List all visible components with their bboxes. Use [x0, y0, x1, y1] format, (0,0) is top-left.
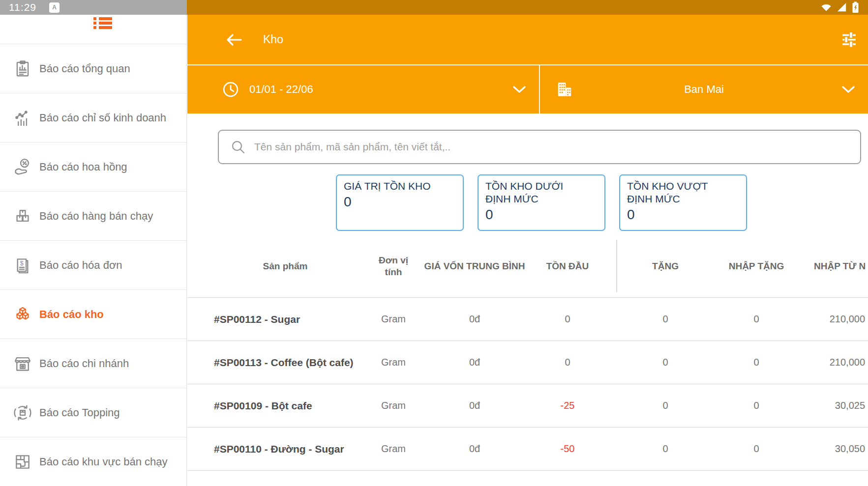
tune-filter-icon[interactable]: [841, 31, 857, 48]
report-content: GIÁ TRỊ TỒN KHO 0 TỒN KHO DƯỚI ĐỊNH MỨC …: [187, 130, 868, 471]
search-input[interactable]: [254, 141, 850, 153]
filter-bar: 01/01 - 22/06: [187, 65, 868, 114]
sidebar-item-bao-cao-chi-nhanh[interactable]: Báo cáo chi nhánh: [0, 339, 186, 388]
sidebar-item-label: Báo cáo tổng quan: [39, 62, 130, 75]
nhap-tang-cell: 0: [715, 357, 798, 368]
column-header-nhap-tang: NHẬP TẶNG: [715, 261, 798, 272]
unit-cell: Gram: [357, 314, 430, 325]
nhap-tang-cell: 0: [715, 314, 798, 325]
menu-hamburger-icon[interactable]: [93, 17, 113, 29]
table-header-row: Sản phẩm Đơn vị tính GIÁ VỐN TRUNG BÌNH …: [187, 235, 868, 298]
hand-percent-icon: [13, 157, 32, 177]
sidebar-item-bao-cao-tong-quan[interactable]: Báo cáo tổng quan: [0, 44, 186, 93]
avg-cost-cell: 0đ: [430, 357, 519, 368]
table-row[interactable]: #SP00112 - Sugar Gram 0đ 0 0 0 210,000: [187, 298, 868, 341]
sidebar-item-bao-cao-chi-so-kinh-doanh[interactable]: Báo cáo chỉ số kinh doanh: [0, 93, 186, 143]
clipboard-chart-icon: [13, 59, 32, 79]
card-label: GIÁ TRỊ TỒN KHO: [344, 180, 432, 193]
main-area: Kho 01/01 - 22/06: [187, 15, 868, 486]
nhap-tu-ncc-cell: 210,000: [798, 357, 868, 368]
nhap-tang-cell: 0: [715, 443, 798, 455]
sidebar-item-label: Báo cáo hàng bán chạy: [39, 210, 153, 223]
column-header-ton-dau: TỒN ĐẦU: [519, 261, 616, 272]
sidebar-item-label: Báo cáo hóa đơn: [39, 259, 122, 272]
search-icon: [231, 140, 245, 154]
sidebar-item-label: Báo cáo hoa hồng: [39, 161, 127, 173]
sidebar-item-label: Báo cáo chi nhánh: [39, 357, 129, 370]
chevron-down-icon: [841, 86, 855, 93]
date-range-value: 01/01 - 22/06: [249, 83, 313, 96]
tang-cell: 0: [616, 314, 715, 325]
sidebar-header: [0, 15, 186, 44]
sidebar-item-bao-cao-kho[interactable]: Báo cáo kho: [0, 290, 186, 339]
sidebar-item-bao-cao-topping[interactable]: Báo cáo Topping: [0, 388, 186, 437]
card-value: 0: [344, 194, 456, 210]
business-chart-icon: [13, 108, 32, 128]
avg-cost-cell: 0đ: [430, 400, 519, 411]
sidebar-item-label: Báo cáo khu vực bán chạy: [39, 456, 168, 468]
date-range-selector[interactable]: 01/01 - 22/06: [187, 65, 539, 114]
product-cell: #SP00109 - Bột cafe: [214, 400, 357, 412]
map-region-icon: [13, 452, 32, 472]
status-bar-left: 11:29 A: [0, 0, 187, 15]
column-header-tang: TẶNG: [616, 261, 715, 272]
unit-cell: Gram: [357, 443, 430, 455]
nhap-tu-ncc-cell: 30,050: [798, 443, 868, 455]
tang-cell: 0: [616, 357, 715, 368]
sidebar-item-label: Báo cáo kho: [39, 308, 104, 321]
ton-dau-cell: 0: [519, 314, 616, 325]
table-row[interactable]: #SP00113 - Coffee (Bột cafe) Gram 0đ 0 0…: [187, 341, 868, 384]
avg-cost-cell: 0đ: [430, 314, 519, 325]
card-label: TỒN KHO VƯỢT ĐỊNH MỨC: [627, 180, 716, 205]
app-bar: Kho: [187, 15, 868, 65]
unit-cell: Gram: [357, 357, 430, 368]
column-header-don-vi-tinh: Đơn vị tính: [357, 255, 430, 278]
wifi-icon: [820, 2, 832, 12]
status-time: 11:29: [9, 1, 36, 13]
status-bar: 11:29 A: [0, 0, 868, 15]
svg-text:$: $: [20, 260, 24, 267]
nhap-tang-cell: 0: [715, 400, 798, 411]
card-ton-kho-duoi-dinh-muc: TỒN KHO DƯỚI ĐỊNH MỨC 0: [478, 174, 605, 231]
inventory-table: Sản phẩm Đơn vị tính GIÁ VỐN TRUNG BÌNH …: [187, 235, 868, 471]
back-button[interactable]: [226, 32, 242, 47]
branch-selector[interactable]: Ban Mai: [539, 65, 868, 114]
ton-dau-cell: 0: [519, 357, 616, 368]
sidebar-item-bao-cao-hang-ban-chay[interactable]: Báo cáo hàng bán chạy: [0, 192, 186, 241]
card-label: TỒN KHO DƯỚI ĐỊNH MỨC: [485, 180, 574, 205]
boxes-icon: [13, 206, 32, 226]
app-screen: 11:29 A: [0, 0, 868, 486]
search-box[interactable]: [218, 130, 861, 164]
unit-cell: Gram: [357, 400, 430, 411]
store-icon: [13, 354, 32, 373]
table-row[interactable]: #SP00110 - Đường - Sugar Gram 0đ -50 0 0…: [187, 428, 868, 471]
column-header-nhap-tu-ncc: NHẬP TỪ N: [798, 261, 868, 272]
avg-cost-cell: 0đ: [430, 443, 519, 455]
card-gia-tri-ton-kho: GIÁ TRỊ TỒN KHO 0: [336, 174, 464, 231]
nhap-tu-ncc-cell: 30,025: [798, 400, 868, 411]
cellular-signal-icon: [837, 2, 847, 12]
header-column-divider: [616, 240, 617, 292]
page-title: Kho: [263, 33, 283, 46]
sidebar-item-bao-cao-hoa-don[interactable]: $ Báo cáo hóa đơn: [0, 241, 186, 290]
nhap-tu-ncc-cell: 210,000: [798, 314, 868, 325]
sidebar-menu: Báo cáo tổng quan Báo cáo chỉ số kinh do…: [0, 44, 186, 486]
sidebar-item-label: Báo cáo Topping: [39, 406, 120, 419]
clock-icon: [222, 81, 239, 98]
table-row[interactable]: #SP00109 - Bột cafe Gram 0đ -25 0 0 30,0…: [187, 384, 868, 428]
notification-app-icon: A: [49, 2, 60, 13]
cubes-icon: [13, 305, 32, 324]
sidebar-item-bao-cao-khu-vuc-ban-chay[interactable]: Báo cáo khu vực bán chạy: [0, 437, 186, 486]
product-cell: #SP00110 - Đường - Sugar: [214, 443, 357, 455]
invoice-dollar-icon: $: [13, 256, 32, 275]
sidebar-item-bao-cao-hoa-hong[interactable]: Báo cáo hoa hồng: [0, 143, 186, 192]
building-icon: [556, 81, 573, 98]
card-value: 0: [627, 207, 739, 223]
ton-dau-cell: -50: [519, 443, 616, 455]
product-cell: #SP00112 - Sugar: [214, 314, 357, 325]
battery-charging-icon: [852, 1, 859, 13]
card-value: 0: [485, 207, 598, 223]
topping-cycle-icon: [13, 403, 32, 423]
sidebar-item-label: Báo cáo chỉ số kinh doanh: [39, 112, 166, 124]
product-cell: #SP00113 - Coffee (Bột cafe): [214, 357, 357, 369]
